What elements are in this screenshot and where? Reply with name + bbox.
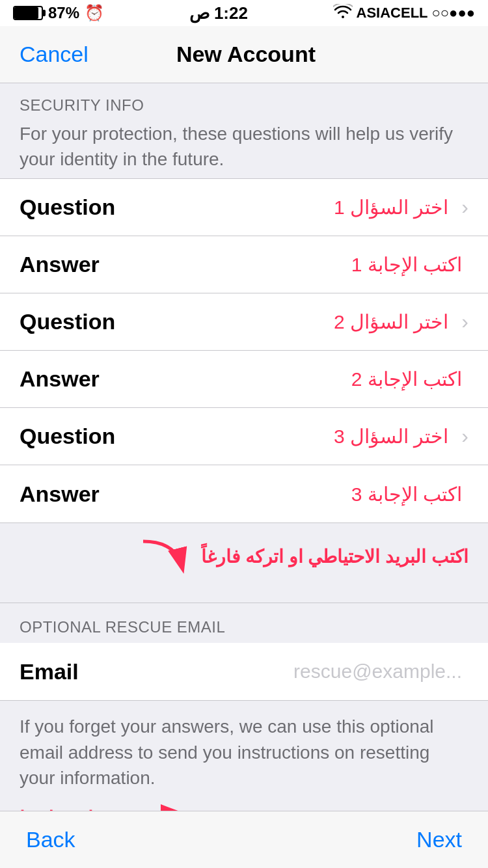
nav-bar: Cancel New Account — [0, 26, 488, 83]
nav-title: New Account — [176, 42, 316, 67]
chevron-icon-q2: › — [461, 310, 468, 334]
rescue-arrow-icon — [137, 535, 189, 579]
alarm-icon: ⏰ — [85, 4, 104, 22]
answer-1-value: اكتب الإجابة 1 — [150, 253, 468, 276]
chevron-icon-q3: › — [461, 424, 468, 448]
answer-1-label: Answer — [20, 252, 150, 277]
question-2-value: اختر السؤال 2 — [150, 310, 455, 333]
cancel-button[interactable]: Cancel — [20, 35, 88, 74]
rescue-email-section: OPTIONAL RESCUE EMAIL Email rescue@examp… — [0, 603, 488, 701]
bottom-desc-text: If you forget your answers, we can use t… — [20, 716, 434, 787]
email-label: Email — [20, 659, 150, 685]
question-1-row[interactable]: Question اختر السؤال 1 › — [0, 179, 488, 236]
signal-dots: ○○●●● — [432, 5, 475, 21]
answer-2-row[interactable]: Answer اكتب الإجابة 2 — [0, 351, 488, 408]
question-3-row[interactable]: Question اختر السؤال 3 › — [0, 408, 488, 465]
battery-percent: 87% — [48, 4, 79, 22]
carrier-label: ASIACELL — [357, 5, 428, 21]
security-info-header: SECURITY INFO For your protection, these… — [0, 83, 488, 178]
status-right: ASIACELL ○○●●● — [333, 4, 475, 22]
back-button[interactable]: Back — [0, 811, 102, 868]
answer-3-label: Answer — [20, 481, 150, 507]
answer-2-label: Answer — [20, 366, 150, 392]
email-placeholder: rescue@example... — [150, 660, 468, 683]
status-bar: 87% ⏰ 1:22 ص ASIACELL ○○●●● — [0, 0, 488, 26]
next-button[interactable]: Next — [390, 811, 488, 868]
rescue-annotation-container: اكتب البريد الاحتياطي او اتركه فارغاً — [0, 523, 488, 583]
wifi-icon — [333, 4, 353, 22]
chevron-icon-q1: › — [461, 195, 468, 219]
question-3-label: Question — [20, 424, 150, 449]
security-questions-form: Question اختر السؤال 1 › Answer اكتب الإ… — [0, 178, 488, 523]
answer-2-value: اكتب الإجابة 2 — [150, 368, 468, 390]
answer-1-row[interactable]: Answer اكتب الإجابة 1 — [0, 236, 488, 293]
security-section-desc: For your protection, these questions wil… — [20, 121, 468, 172]
status-left: 87% ⏰ — [13, 4, 104, 22]
email-row[interactable]: Email rescue@example... — [0, 643, 488, 700]
question-2-label: Question — [20, 309, 150, 334]
status-time: 1:22 ص — [189, 3, 248, 23]
answer-3-value: اكتب الإجابة 3 — [150, 483, 468, 506]
battery-icon — [13, 6, 43, 20]
security-section-title: SECURITY INFO — [20, 96, 468, 115]
question-3-value: اختر السؤال 3 — [150, 425, 455, 448]
rescue-annotation-text: اكتب البريد الاحتياطي او اتركه فارغاً — [201, 547, 468, 567]
question-1-value: اختر السؤال 1 — [150, 196, 455, 219]
rescue-section-title: OPTIONAL RESCUE EMAIL — [20, 618, 225, 636]
answer-3-row[interactable]: Answer اكتب الإجابة 3 — [0, 465, 488, 522]
question-2-row[interactable]: Question اختر السؤال 2 › — [0, 293, 488, 351]
bottom-bar: Back Next — [0, 811, 488, 868]
question-1-label: Question — [20, 195, 150, 220]
